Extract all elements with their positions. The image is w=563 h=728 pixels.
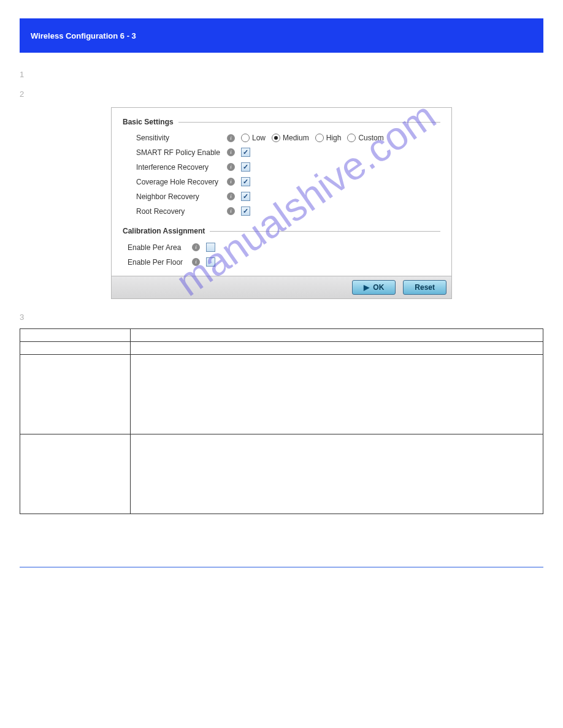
row-neighbor-recovery: Neighbor Recovery i: [136, 192, 440, 201]
page-header: Wireless Configuration 6 - 3: [20, 18, 543, 53]
table-row: [20, 354, 543, 434]
radio-label: Custom: [358, 134, 383, 142]
label-sensitivity: Sensitivity: [136, 134, 221, 142]
step-number: 1: [20, 69, 27, 81]
table-cell-value: [131, 341, 543, 354]
info-icon[interactable]: i: [227, 148, 235, 156]
radio-custom[interactable]: Custom: [347, 134, 383, 142]
checkbox-per-area[interactable]: [206, 243, 215, 252]
info-icon[interactable]: i: [227, 163, 235, 171]
reset-button[interactable]: Reset: [403, 280, 446, 295]
checkbox-per-floor[interactable]: [206, 257, 215, 267]
divider: [210, 231, 440, 232]
row-interference-recovery: Interference Recovery i: [136, 162, 440, 172]
radio-medium[interactable]: Medium: [272, 134, 309, 142]
ok-button[interactable]: ▶ OK: [352, 280, 396, 295]
table-cell-value: [131, 434, 543, 514]
checkbox-smart-rf[interactable]: [241, 148, 250, 157]
label-per-area: Enable Per Area: [128, 243, 186, 252]
table-row: [20, 328, 543, 341]
row-smart-rf-enable: SMART RF Policy Enable i: [136, 148, 440, 157]
section-basic-settings: Basic Settings: [123, 118, 440, 126]
info-icon[interactable]: i: [227, 178, 235, 186]
info-icon[interactable]: i: [227, 207, 235, 215]
step-number: 3: [20, 311, 27, 324]
radio-label: Medium: [283, 134, 309, 142]
label-smart-rf: SMART RF Policy Enable: [136, 148, 221, 157]
table-cell-key: [20, 434, 131, 514]
checkbox-neighbor[interactable]: [241, 192, 250, 201]
info-icon[interactable]: i: [227, 134, 235, 142]
radio-high[interactable]: High: [315, 134, 342, 142]
settings-panel-wrap: Basic Settings Sensitivity i Low Medium: [111, 107, 452, 299]
footer-rule: [20, 567, 543, 567]
row-enable-per-area: Enable Per Area i: [128, 243, 440, 252]
table-row: [20, 434, 543, 514]
step-item: 2: [20, 88, 543, 100]
label-neighbor: Neighbor Recovery: [136, 192, 221, 201]
checkbox-interference[interactable]: [241, 162, 250, 172]
row-sensitivity: Sensitivity i Low Medium High: [136, 134, 440, 142]
radio-label: High: [326, 134, 342, 142]
table-row: [20, 341, 543, 354]
settings-table: [20, 328, 543, 514]
row-coverage-hole-recovery: Coverage Hole Recovery i: [136, 177, 440, 186]
table-cell-key: [20, 354, 131, 434]
play-icon: ▶: [364, 283, 369, 292]
checkbox-root[interactable]: [241, 207, 250, 216]
divider: [178, 122, 440, 123]
section-title-text: Calibration Assignment: [123, 227, 205, 235]
label-root: Root Recovery: [136, 207, 221, 216]
step-number: 2: [20, 88, 27, 100]
label-per-floor: Enable Per Floor: [128, 258, 186, 267]
label-interference: Interference Recovery: [136, 163, 221, 172]
table-cell-value: [131, 328, 543, 341]
radio-icon: [315, 134, 324, 142]
step-item: 3: [20, 311, 543, 324]
radio-icon: [347, 134, 356, 142]
table-cell-value: [131, 354, 543, 434]
section-title-text: Basic Settings: [123, 118, 174, 126]
panel-footer: ▶ OK Reset: [112, 276, 451, 298]
radio-low[interactable]: Low: [241, 134, 266, 142]
checkbox-coverage[interactable]: [241, 177, 250, 186]
radio-icon: [241, 134, 250, 142]
radio-icon: [272, 134, 280, 142]
table-cell-key: [20, 328, 131, 341]
radio-label: Low: [252, 134, 266, 142]
header-left: Wireless Configuration 6 - 3: [31, 31, 136, 40]
info-icon[interactable]: i: [192, 258, 200, 266]
reset-button-label: Reset: [415, 283, 435, 292]
info-icon[interactable]: i: [227, 192, 235, 200]
table-cell-key: [20, 341, 131, 354]
settings-panel: Basic Settings Sensitivity i Low Medium: [111, 107, 452, 299]
row-root-recovery: Root Recovery i: [136, 207, 440, 216]
section-calibration-assignment: Calibration Assignment: [123, 227, 440, 235]
ok-button-label: OK: [373, 283, 384, 292]
step-item: 1: [20, 69, 543, 81]
label-coverage: Coverage Hole Recovery: [136, 178, 221, 186]
info-icon[interactable]: i: [192, 243, 200, 251]
row-enable-per-floor: Enable Per Floor i: [128, 257, 440, 267]
